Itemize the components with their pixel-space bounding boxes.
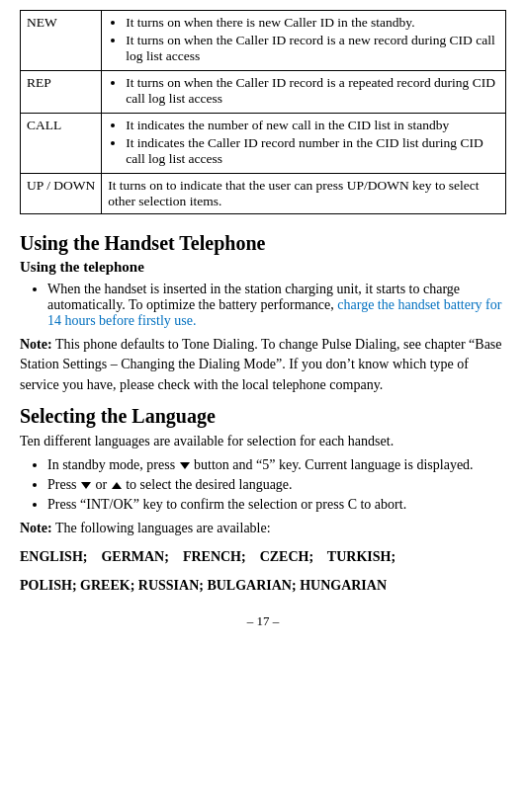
section2-bullet2-end: to select the desired language. [123, 477, 293, 492]
section2-bullet1: In standby mode, press button and “5” ke… [47, 457, 506, 473]
row-val-call: It indicates the number of new call in t… [102, 114, 506, 174]
section2-bullet2: Press or to select the desired language. [47, 477, 506, 493]
section2-bullet3: Press “INT/OK” key to confirm the select… [47, 497, 506, 513]
arrow-down-icon [180, 462, 190, 469]
section2-note: Note: The following languages are availa… [20, 519, 506, 538]
languages-line2: POLISH; GREEK; RUSSIAN; BULGARIAN; HUNGA… [20, 575, 506, 596]
row-val-new: It turns on when there is new Caller ID … [102, 11, 506, 71]
arrow-down-icon-2 [81, 482, 91, 489]
section1-bullets: When the handset is inserted in the stat… [20, 282, 506, 329]
info-table: NEW It turns on when there is new Caller… [20, 10, 506, 214]
row-key-rep: REP [21, 71, 102, 114]
languages-line1: ENGLISH; GERMAN; FRENCH; CZECH; TURKISH; [20, 546, 506, 567]
row-key-updown: UP / DOWN [21, 174, 102, 214]
section2-intro: Ten different languages are available fo… [20, 432, 506, 451]
section2-heading: Selecting the Language [20, 405, 506, 428]
table-row-updown: UP / DOWN It turns on to indicate that t… [21, 174, 506, 214]
section1-note: Note: This phone defaults to Tone Dialin… [20, 335, 506, 395]
row-key-call: CALL [21, 114, 102, 174]
section2-bullet2-mid: or [92, 477, 111, 492]
section1-bullet1: When the handset is inserted in the stat… [47, 282, 506, 329]
table-row-call: CALL It indicates the number of new call… [21, 114, 506, 174]
arrow-up-icon [112, 482, 122, 489]
section1-subheading: Using the telephone [20, 259, 506, 276]
row-val-rep: It turns on when the Caller ID record is… [102, 71, 506, 114]
section1-heading: Using the Handset Telephone [20, 232, 506, 255]
section2-bullet2-normal: Press [47, 477, 80, 492]
table-row-rep: REP It turns on when the Caller ID recor… [21, 71, 506, 114]
section2-note-text: The following languages are available: [52, 521, 271, 535]
table-row-new: NEW It turns on when there is new Caller… [21, 11, 506, 71]
row-val-updown: It turns on to indicate that the user ca… [102, 174, 506, 214]
section2-bullet1-mid: button and “5” key. Current language is … [191, 457, 474, 472]
section1-note-label: Note: [20, 337, 52, 352]
section2-bullet1-normal: In standby mode, press [47, 457, 179, 472]
section1-note-text: This phone defaults to Tone Dialing. To … [20, 337, 502, 392]
row-key-new: NEW [21, 11, 102, 71]
section2-bullets: In standby mode, press button and “5” ke… [20, 457, 506, 513]
page-number: – 17 – [20, 613, 506, 629]
section2-note-label: Note: [20, 521, 52, 535]
